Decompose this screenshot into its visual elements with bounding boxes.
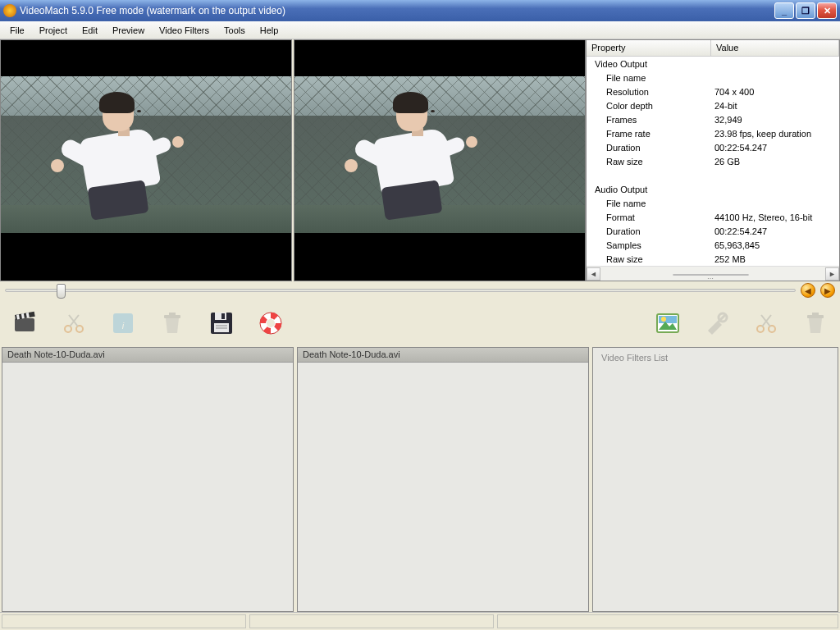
delete-filter-button	[801, 308, 830, 338]
property-key: Frame rate	[587, 129, 711, 139]
output-files-panel[interactable]: Death Note-10-Duda.avi	[297, 347, 589, 612]
output-panel-body[interactable]	[298, 363, 588, 611]
menu-preview[interactable]: Preview	[106, 24, 151, 37]
save-button[interactable]	[207, 308, 236, 338]
preview-left[interactable]	[0, 39, 292, 281]
property-row[interactable]: Resolution704 x 400	[587, 84, 839, 98]
svg-rect-10	[169, 313, 176, 315]
tools-button	[702, 308, 732, 338]
property-value: 32,949	[711, 115, 839, 125]
menu-file[interactable]: File	[3, 24, 31, 37]
property-row[interactable]: Audio Output	[587, 182, 839, 196]
property-row[interactable]: Format44100 Hz, Stereo, 16-bit	[587, 210, 839, 224]
svg-point-18	[267, 319, 275, 327]
scissors-icon	[753, 310, 779, 336]
lifebuoy-icon	[258, 310, 284, 336]
menu-project[interactable]: Project	[33, 24, 74, 37]
svg-rect-9	[164, 315, 180, 318]
property-row[interactable]: Frames32,949	[587, 112, 839, 126]
trash-icon	[802, 310, 829, 336]
property-row[interactable]: Video Output	[587, 57, 839, 71]
close-button[interactable]: ✕	[817, 2, 837, 19]
maximize-button[interactable]: ❐	[796, 2, 815, 19]
property-row[interactable]	[587, 168, 839, 182]
open-file-button[interactable]	[10, 308, 39, 338]
property-row[interactable]: Duration00:22:54.247	[587, 224, 839, 238]
output-file-item[interactable]: Death Note-10-Duda.avi	[298, 348, 588, 363]
minimize-button[interactable]: _	[774, 2, 794, 19]
preview-right[interactable]	[294, 39, 586, 281]
property-row[interactable]: Color depth24-bit	[587, 98, 839, 112]
source-file-item[interactable]: Death Note-10-Duda.avi	[2, 348, 293, 363]
info-button: i	[108, 308, 138, 338]
property-value: 252 MB	[711, 254, 839, 264]
property-key: Duration	[587, 143, 711, 153]
property-key: Samples	[587, 240, 711, 250]
property-rows[interactable]: Video OutputFile nameResolution704 x 400…	[587, 57, 839, 266]
source-files-panel[interactable]: Death Note-10-Duda.avi	[2, 347, 294, 612]
property-row[interactable]: Samples65,963,845	[587, 238, 839, 252]
cut-filter-button	[751, 308, 781, 338]
property-value: 23.98 fps, keep duration	[711, 129, 839, 139]
upper-area: Property Value Video OutputFile nameReso…	[0, 39, 840, 281]
property-row[interactable]: File name	[587, 71, 839, 84]
property-grid: Property Value Video OutputFile nameReso…	[586, 39, 840, 281]
menu-video-filters[interactable]: Video Filters	[153, 24, 216, 37]
tools-icon	[704, 310, 730, 336]
image-settings-button[interactable]	[653, 308, 682, 338]
property-value: 704 x 400	[711, 87, 839, 97]
floppy-icon	[208, 310, 235, 336]
titlebar: VideoMach 5.9.0 Free mode (watermark on …	[0, 0, 840, 21]
cut-button	[59, 308, 89, 338]
property-row[interactable]: Duration00:22:54.247	[587, 140, 839, 154]
scroll-thumb[interactable]: ⋯	[673, 274, 749, 276]
toolbar: i	[0, 299, 840, 347]
filters-panel-body: Video Filters List	[593, 348, 838, 611]
property-value: 00:22:54.247	[711, 143, 839, 153]
property-value: 44100 Hz, Stereo, 16-bit	[711, 212, 839, 222]
preview-area	[0, 39, 586, 281]
property-grid-header: Property Value	[587, 40, 839, 57]
prev-frame-button[interactable]: ◀	[801, 283, 815, 298]
svg-point-21	[661, 317, 666, 322]
source-panel-body[interactable]	[2, 363, 293, 611]
property-key: File name	[587, 199, 711, 208]
property-key: Audio Output	[587, 185, 711, 194]
svg-rect-26	[812, 313, 819, 315]
scroll-left-icon[interactable]: ◄	[587, 267, 600, 281]
picture-icon	[655, 310, 681, 336]
property-value: 00:22:54.247	[711, 226, 839, 236]
window-title: VideoMach 5.9.0 Free mode (watermark on …	[20, 5, 774, 16]
app-icon	[3, 4, 16, 17]
trash-icon	[159, 310, 185, 336]
menubar: File Project Edit Preview Video Filters …	[0, 21, 840, 39]
property-value: 26 GB	[711, 157, 839, 167]
property-row[interactable]: Frame rate23.98 fps, keep duration	[587, 126, 839, 140]
statusbar	[0, 612, 840, 630]
status-cell-3	[497, 614, 838, 628]
timeline-track[interactable]	[5, 289, 796, 292]
video-filters-panel[interactable]: Video Filters List	[592, 347, 838, 612]
menu-edit[interactable]: Edit	[75, 24, 104, 37]
menu-tools[interactable]: Tools	[217, 24, 252, 37]
property-row[interactable]: Raw size26 GB	[587, 154, 839, 168]
help-button[interactable]	[256, 308, 285, 338]
property-hscroll[interactable]: ◄ ⋯ ►	[587, 266, 839, 281]
next-frame-button[interactable]: ▶	[820, 283, 835, 298]
menu-help[interactable]: Help	[253, 24, 285, 37]
property-key: Resolution	[587, 87, 711, 97]
property-header-value[interactable]: Value	[711, 40, 839, 56]
svg-rect-13	[221, 313, 225, 319]
video-frame-right	[294, 76, 585, 233]
svg-rect-25	[807, 315, 824, 318]
lower-panels: Death Note-10-Duda.avi Death Note-10-Dud…	[0, 347, 840, 612]
delete-button	[158, 308, 187, 338]
property-row[interactable]: Raw size252 MB	[587, 252, 839, 266]
clapper-icon	[11, 310, 38, 336]
timeline-thumb[interactable]	[57, 284, 66, 299]
property-header-name[interactable]: Property	[587, 40, 711, 56]
scroll-right-icon[interactable]: ►	[825, 267, 839, 281]
property-row[interactable]: File name	[587, 196, 839, 210]
property-value: 65,963,845	[711, 240, 839, 250]
timeline-slider-bar: ◀ ▶	[0, 281, 840, 299]
